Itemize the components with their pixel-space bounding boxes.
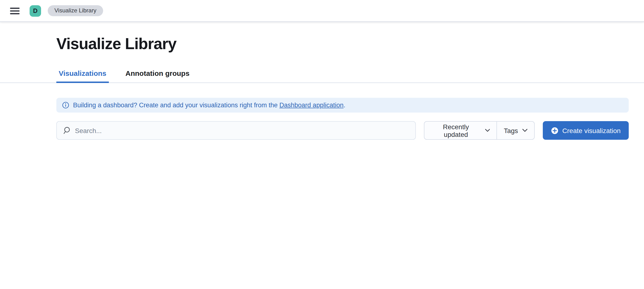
create-visualization-label: Create visualization xyxy=(562,127,620,134)
search-placeholder: Search... xyxy=(75,127,102,134)
tab-visualizations[interactable]: Visualizations xyxy=(56,69,109,82)
tags-filter-dropdown[interactable]: Tags xyxy=(497,122,534,139)
create-visualization-button[interactable]: Create visualization xyxy=(543,121,629,140)
main-content: Visualize Library Visualizations Annotat… xyxy=(0,22,644,144)
sort-dropdown-label: Recently updated xyxy=(431,123,481,138)
space-avatar[interactable]: D xyxy=(30,5,41,16)
top-navigation-bar: D Visualize Library xyxy=(0,0,644,22)
chevron-down-icon xyxy=(522,129,528,132)
page-title: Visualize Library xyxy=(56,34,629,53)
hamburger-icon xyxy=(10,7,20,14)
search-input[interactable]: Search... xyxy=(56,121,416,140)
banner-text: Building a dashboard? Create and add you… xyxy=(73,102,346,109)
search-icon xyxy=(62,126,71,134)
listing-controls: Search... Recently updated Tags xyxy=(56,121,629,140)
tab-annotation-groups[interactable]: Annotation groups xyxy=(123,69,192,82)
dashboard-application-link[interactable]: Dashboard application xyxy=(280,102,344,109)
dashboard-hint-banner: Building a dashboard? Create and add you… xyxy=(56,98,629,113)
info-icon xyxy=(62,102,69,109)
sort-dropdown[interactable]: Recently updated xyxy=(424,122,497,139)
filter-group: Recently updated Tags xyxy=(424,121,535,140)
visualize-library-page: D Visualize Library Visualize Library Vi… xyxy=(0,0,644,144)
breadcrumb[interactable]: Visualize Library xyxy=(48,5,103,16)
tags-dropdown-label: Tags xyxy=(504,127,518,134)
menu-hamburger-button[interactable] xyxy=(7,3,23,19)
chevron-down-icon xyxy=(485,129,490,132)
plus-in-circle-icon xyxy=(551,127,558,134)
tab-bar: Visualizations Annotation groups xyxy=(0,69,644,83)
